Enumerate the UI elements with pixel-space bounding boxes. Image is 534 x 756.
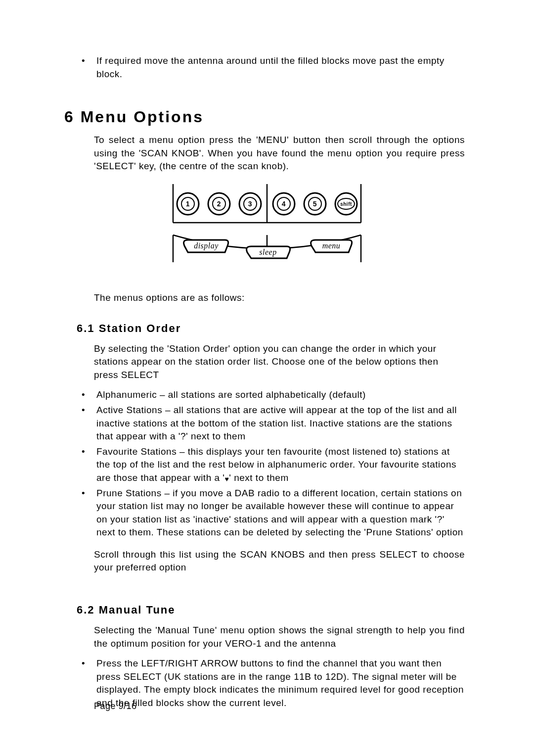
svg-text:shift: shift	[340, 201, 352, 206]
station-order-favourite: Favourite Stations – this displays your …	[82, 445, 465, 485]
svg-text:display: display	[194, 241, 219, 250]
page: If required move the antenna around unti…	[0, 0, 534, 756]
section-6-after-diagram: The menus options are as follows:	[94, 291, 465, 305]
heading-section-6-1: 6.1 Station Order	[77, 322, 470, 335]
display-tab: display	[184, 240, 228, 252]
svg-text:sleep: sleep	[259, 248, 276, 257]
station-order-alphanumeric: Alphanumeric – all stations are sorted a…	[82, 388, 465, 402]
heading-section-6-2: 6.2 Manual Tune	[77, 604, 470, 616]
preset-button-1: 1	[177, 193, 199, 215]
station-order-prune: Prune Stations – if you move a DAB radio…	[82, 487, 465, 539]
page-footer: Page 9/16	[94, 701, 137, 711]
carryover-bullet: If required move the antenna around unti…	[82, 54, 465, 81]
sleep-tab: sleep	[247, 246, 290, 258]
preset-button-2: 2	[208, 193, 230, 215]
section-6-1-outro: Scroll through this list using the SCAN …	[94, 548, 465, 574]
svg-text:menu: menu	[322, 241, 341, 250]
section-6-2-intro: Selecting the 'Manual Tune' menu option …	[94, 624, 465, 650]
fav-text-post: ' next to them	[229, 472, 288, 483]
station-order-list: Alphanumeric – all stations are sorted a…	[82, 388, 465, 539]
station-order-active: Active Stations – all stations that are …	[82, 404, 465, 443]
section-6-intro: To select a menu option press the 'MENU'…	[94, 134, 465, 173]
heart-icon: ♥	[224, 475, 229, 483]
svg-text:2: 2	[217, 200, 221, 208]
menu-tab: menu	[311, 240, 352, 252]
svg-text:3: 3	[248, 200, 252, 208]
button-panel-diagram: 1 2 3 4 5	[168, 183, 366, 272]
section-6-1-intro: By selecting the 'Station Order' option …	[94, 342, 465, 382]
carryover-bullet-list: If required move the antenna around unti…	[82, 54, 465, 81]
preset-button-4: 4	[273, 193, 295, 215]
manual-tune-list: Press the LEFT/RIGHT ARROW buttons to fi…	[82, 657, 465, 709]
preset-button-5: 5	[304, 193, 326, 215]
shift-button: shift	[335, 193, 357, 215]
svg-text:1: 1	[186, 200, 190, 208]
preset-button-3: 3	[239, 193, 261, 215]
svg-text:4: 4	[282, 200, 286, 208]
manual-tune-bullet: Press the LEFT/RIGHT ARROW buttons to fi…	[82, 657, 465, 709]
heading-section-6: 6 Menu Options	[64, 108, 470, 126]
svg-text:5: 5	[313, 200, 317, 208]
